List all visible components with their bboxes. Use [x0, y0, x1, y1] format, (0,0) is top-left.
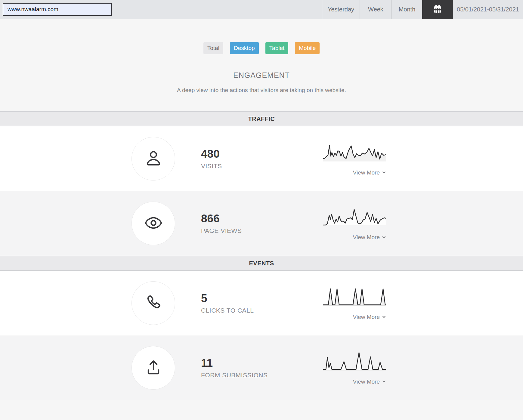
tab-month[interactable]: Month — [391, 0, 422, 19]
engagement-subtitle: A deep view into the actions that visito… — [0, 87, 523, 94]
view-more-label: View More — [353, 234, 380, 241]
metric-label: FORM SUBMISSIONS — [201, 372, 323, 379]
metric-row-form-submissions: 11 FORM SUBMISSIONS View More — [0, 335, 523, 400]
metric-value: 480 — [201, 148, 323, 160]
metric-chart-block: View More — [323, 142, 386, 176]
metric-value: 11 — [201, 357, 323, 369]
chevron-down-icon — [382, 169, 386, 176]
tab-yesterday[interactable]: Yesterday — [322, 0, 360, 19]
date-range-display: 05/01/2021-05/31/2021 — [453, 0, 523, 19]
page-footer-spacer — [0, 400, 523, 414]
metric-chart-block: View More — [323, 351, 386, 385]
top-bar: Yesterday Week Month 05/01/2021-05/31/20… — [0, 0, 523, 19]
chevron-down-icon — [382, 378, 386, 385]
filter-mobile[interactable]: Mobile — [295, 42, 320, 54]
chevron-down-icon — [382, 314, 386, 320]
metric-icon-circle — [132, 281, 175, 325]
filter-total[interactable]: Total — [203, 42, 223, 54]
url-field-wrap — [0, 0, 112, 19]
user-icon — [144, 149, 163, 169]
topbar-spacer — [112, 0, 322, 19]
filter-desktop[interactable]: Desktop — [230, 42, 259, 54]
view-more-label: View More — [353, 314, 380, 320]
view-more-form-submissions[interactable]: View More — [353, 378, 386, 385]
metric-row-visits: 480 VISITS View More — [0, 126, 523, 191]
calendar-icon — [432, 4, 443, 15]
website-url-input[interactable] — [3, 3, 112, 16]
view-more-page-views[interactable]: View More — [353, 234, 386, 241]
metric-label: PAGE VIEWS — [201, 227, 323, 234]
metric-text: 5 CLICKS TO CALL — [201, 292, 323, 314]
tab-week[interactable]: Week — [360, 0, 391, 19]
section-header-traffic: TRAFFIC — [0, 111, 523, 126]
metric-value: 5 — [201, 292, 323, 305]
metric-label: CLICKS TO CALL — [201, 307, 323, 314]
visits-sparkline — [323, 142, 386, 165]
calendar-button[interactable] — [422, 0, 453, 19]
upload-icon — [144, 358, 163, 378]
clicks-to-call-sparkline — [323, 286, 386, 309]
section-header-events: EVENTS — [0, 256, 523, 271]
filter-tablet[interactable]: Tablet — [265, 42, 289, 54]
view-more-label: View More — [353, 169, 380, 176]
form-submissions-sparkline — [323, 351, 386, 374]
metric-chart-block: View More — [323, 286, 386, 320]
view-more-clicks-to-call[interactable]: View More — [353, 314, 386, 320]
metric-icon-circle — [132, 346, 175, 390]
metric-icon-circle — [132, 137, 175, 181]
device-filter-group: Total Desktop Tablet Mobile — [0, 19, 523, 54]
metric-label: VISITS — [201, 162, 323, 170]
metric-row-clicks-to-call: 5 CLICKS TO CALL View More — [0, 271, 523, 335]
eye-icon — [144, 213, 163, 234]
metric-icon-circle — [132, 202, 175, 245]
metric-value: 866 — [201, 212, 323, 225]
metric-text: 866 PAGE VIEWS — [201, 212, 323, 234]
metric-row-page-views: 866 PAGE VIEWS View More — [0, 191, 523, 256]
page-views-sparkline — [323, 206, 386, 229]
engagement-title: ENGAGEMENT — [0, 71, 523, 80]
phone-icon — [144, 293, 163, 313]
metric-chart-block: View More — [323, 206, 386, 241]
view-more-visits[interactable]: View More — [353, 169, 386, 176]
metric-text: 11 FORM SUBMISSIONS — [201, 357, 323, 379]
metric-text: 480 VISITS — [201, 148, 323, 170]
chevron-down-icon — [382, 234, 386, 241]
view-more-label: View More — [353, 378, 380, 385]
